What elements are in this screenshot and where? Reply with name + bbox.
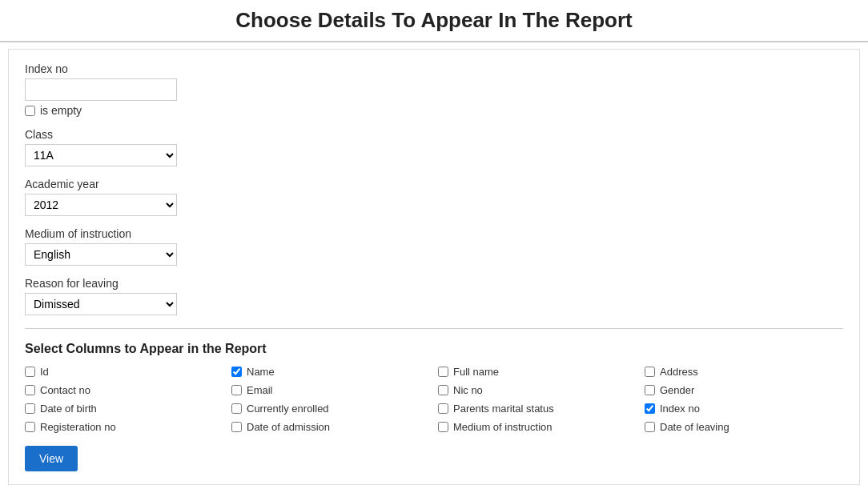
col-id-label: Id	[40, 366, 49, 378]
col-contactno-checkbox[interactable]	[25, 385, 35, 395]
col-indexno-checkbox[interactable]	[645, 403, 655, 414]
list-item: Parents marital status	[438, 403, 637, 415]
col-email-checkbox[interactable]	[231, 385, 242, 395]
list-item: Medium of instruction	[438, 421, 637, 433]
page-header: Choose Details To Appear In The Report	[0, 0, 868, 42]
col-indexno-label: Index no	[660, 403, 700, 415]
col-enrolled-label: Currently enrolled	[247, 403, 329, 415]
class-label: Class	[25, 128, 843, 141]
list-item: Gender	[645, 384, 843, 396]
col-dateleaving-checkbox[interactable]	[645, 422, 655, 432]
list-item: Index no	[645, 403, 843, 415]
medium-label: Medium of instruction	[25, 227, 843, 240]
col-name-checkbox[interactable]	[231, 367, 242, 377]
page-title: Choose Details To Appear In The Report	[0, 8, 868, 33]
list-item: Date of admission	[231, 421, 430, 433]
list-item: Address	[645, 366, 843, 378]
index-no-input[interactable]	[25, 78, 177, 101]
col-mediuminstr-label: Medium of instruction	[453, 421, 553, 433]
col-dob-label: Date of birth	[40, 403, 97, 415]
col-dob-checkbox[interactable]	[25, 403, 35, 414]
col-dateadmission-checkbox[interactable]	[231, 422, 242, 432]
list-item: Registeration no	[25, 421, 223, 433]
list-item: Id	[25, 366, 223, 378]
reason-group: Reason for leaving Dimissed Completed Tr…	[25, 277, 843, 315]
is-empty-label: is empty	[40, 104, 82, 117]
col-email-label: Email	[247, 384, 273, 396]
reason-label: Reason for leaving	[25, 277, 843, 290]
col-name-label: Name	[247, 366, 275, 378]
academic-year-label: Academic year	[25, 178, 843, 190]
col-id-checkbox[interactable]	[25, 367, 35, 377]
index-no-label: Index no	[25, 62, 843, 75]
index-no-group: Index no is empty	[25, 62, 843, 117]
list-item: Name	[231, 366, 430, 378]
columns-section-title: Select Columns to Appear in the Report	[25, 342, 843, 356]
list-item: Email	[231, 384, 430, 396]
is-empty-checkbox[interactable]	[25, 106, 35, 116]
col-gender-label: Gender	[660, 384, 694, 396]
medium-select[interactable]: English Sinhala Tamil	[25, 243, 177, 266]
col-nicno-checkbox[interactable]	[438, 385, 448, 395]
col-parentsmarital-label: Parents marital status	[453, 403, 554, 415]
col-fullname-checkbox[interactable]	[438, 367, 448, 377]
col-gender-checkbox[interactable]	[645, 385, 655, 395]
col-regno-checkbox[interactable]	[25, 422, 35, 432]
list-item: Currently enrolled	[231, 403, 430, 415]
columns-grid: Id Name Full name Address Contact no Ema…	[25, 366, 843, 433]
col-nicno-label: Nic no	[453, 384, 483, 396]
list-item: Date of leaving	[645, 421, 843, 433]
col-dateleaving-label: Date of leaving	[660, 421, 729, 433]
academic-year-select[interactable]: 2012 2013 2014 2015	[25, 194, 177, 216]
divider	[25, 328, 843, 329]
list-item: Contact no	[25, 384, 223, 396]
col-fullname-label: Full name	[453, 366, 499, 378]
academic-year-group: Academic year 2012 2013 2014 2015	[25, 178, 843, 216]
list-item: Date of birth	[25, 403, 223, 415]
reason-select[interactable]: Dimissed Completed Transferred	[25, 293, 177, 315]
col-contactno-label: Contact no	[40, 384, 90, 396]
medium-group: Medium of instruction English Sinhala Ta…	[25, 227, 843, 266]
main-content: Index no is empty Class 11A 11B 12A 12B …	[8, 49, 860, 485]
list-item: Nic no	[438, 384, 637, 396]
col-dateadmission-label: Date of admission	[247, 421, 330, 433]
view-button[interactable]: View	[25, 446, 78, 471]
col-parentsmarital-checkbox[interactable]	[438, 403, 448, 414]
col-address-checkbox[interactable]	[645, 367, 655, 377]
col-address-label: Address	[660, 366, 698, 378]
col-regno-label: Registeration no	[40, 421, 116, 433]
list-item: Full name	[438, 366, 637, 378]
class-group: Class 11A 11B 12A 12B	[25, 128, 843, 166]
is-empty-row: is empty	[25, 104, 843, 117]
col-enrolled-checkbox[interactable]	[231, 403, 242, 414]
col-mediuminstr-checkbox[interactable]	[438, 422, 448, 432]
class-select[interactable]: 11A 11B 12A 12B	[25, 144, 177, 166]
